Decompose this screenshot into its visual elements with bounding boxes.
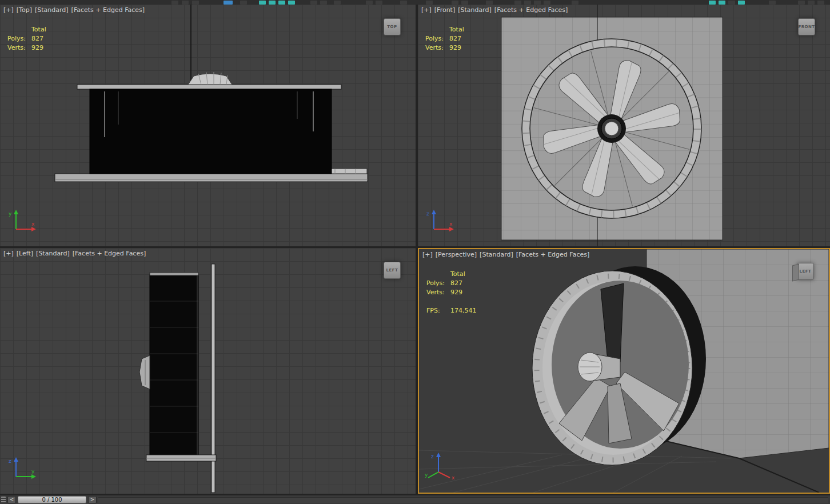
- viewport-renderer-menu[interactable]: [Standard]: [458, 6, 492, 14]
- toolbar-icon[interactable]: [259, 1, 266, 5]
- toolbar-icon[interactable]: [240, 1, 247, 5]
- toolbar-icon[interactable]: [310, 1, 317, 5]
- viewport-front[interactable]: [+][Front][Standard][Facets + Edged Face…: [418, 5, 830, 246]
- axis-z-label: z: [431, 454, 434, 459]
- toolbar-icon[interactable]: [182, 1, 189, 5]
- viewport-shading-menu[interactable]: [Facets + Edged Faces]: [494, 6, 568, 14]
- main-toolbar: [0, 0, 830, 5]
- toolbar-icon[interactable]: [278, 1, 285, 5]
- viewport-label: [+][Left][Standard][Facets + Edged Faces…: [3, 250, 149, 257]
- toolbar-icon[interactable]: [709, 1, 716, 5]
- toolbar-icon[interactable]: [738, 1, 745, 5]
- axis-y-label: y: [425, 472, 428, 478]
- toolbar-icon[interactable]: [514, 1, 521, 5]
- toolbar-icon[interactable]: [334, 1, 341, 5]
- toolbar-icon[interactable]: [728, 1, 735, 5]
- viewport-shading-menu[interactable]: [Facets + Edged Faces]: [71, 6, 145, 14]
- stats-polys-label: Polys:: [7, 34, 31, 43]
- toolbar-icon[interactable]: [486, 1, 493, 5]
- viewport-renderer-menu[interactable]: [Standard]: [480, 251, 513, 258]
- viewport-left[interactable]: [+][Left][Standard][Facets + Edged Faces…: [0, 248, 416, 494]
- toolbar-icon[interactable]: [376, 1, 382, 5]
- stats-total-label: Total: [450, 270, 465, 279]
- toolbar-icon[interactable]: [269, 1, 276, 5]
- viewport-general-menu[interactable]: [+]: [422, 251, 433, 258]
- viewport-shading-menu[interactable]: [Facets + Edged Faces]: [516, 251, 589, 258]
- viewport-top[interactable]: [+][Top][Standard][Facets + Edged Faces]…: [0, 5, 416, 246]
- scene-front-view[interactable]: [418, 5, 830, 246]
- stats-total-label: Total: [31, 25, 46, 34]
- axis-x-label: x: [449, 221, 453, 227]
- stats-polys-value: 827: [449, 34, 461, 43]
- viewport-general-menu[interactable]: [+]: [3, 250, 14, 257]
- viewcube[interactable]: LEFT: [797, 263, 814, 280]
- viewport-shading-menu[interactable]: [Facets + Edged Faces]: [73, 250, 146, 257]
- toolbar-icon[interactable]: [817, 1, 824, 5]
- timeline-grip-icon[interactable]: [1, 497, 6, 503]
- toolbar-icon[interactable]: [366, 1, 373, 5]
- toolbar-icon[interactable]: [798, 1, 805, 5]
- stats-fps-label: FPS:: [426, 306, 450, 315]
- toolbar-icon[interactable]: [192, 1, 199, 5]
- time-slider-track[interactable]: [98, 497, 828, 503]
- scene-perspective-view[interactable]: [419, 249, 829, 493]
- toolbar-icon[interactable]: [320, 1, 327, 5]
- toolbar-icon[interactable]: [524, 1, 531, 5]
- stats-polys-value: 827: [450, 279, 462, 288]
- toolbar-icon[interactable]: [719, 1, 725, 5]
- time-slider-bar[interactable]: < 0 / 100 >: [0, 495, 830, 504]
- viewport-label: [+][Front][Standard][Facets + Edged Face…: [421, 6, 570, 14]
- viewport-pov-menu[interactable]: [Front]: [434, 6, 455, 14]
- stats-polys-label: Polys:: [426, 279, 450, 288]
- viewport-pov-menu[interactable]: [Left]: [17, 250, 33, 257]
- axis-gizmo: z x: [424, 207, 458, 234]
- time-slider-thumb[interactable]: 0 / 100: [18, 496, 86, 503]
- axis-z-label: z: [9, 458, 11, 464]
- axis-x-label: x: [452, 475, 455, 480]
- toolbar-icon[interactable]: [288, 1, 295, 5]
- statistics-overlay: Total Polys:827 Verts:929 FPS:174,541: [426, 270, 477, 315]
- previous-frame-button[interactable]: <: [7, 496, 16, 503]
- viewport-general-menu[interactable]: [+]: [421, 6, 432, 14]
- toolbar-icon[interactable]: [426, 1, 433, 5]
- toolbar-icon[interactable]: [461, 1, 468, 5]
- viewport-perspective[interactable]: [+][Perspective][Standard][Facets + Edge…: [418, 248, 830, 494]
- viewcube[interactable]: LEFT: [384, 262, 401, 279]
- toolbar-icon[interactable]: [572, 1, 578, 5]
- axis-gizmo: y x: [6, 207, 40, 234]
- viewport-pov-menu[interactable]: [Perspective]: [436, 251, 477, 258]
- toolbar-icon-active[interactable]: [224, 1, 233, 5]
- stats-polys-label: Polys:: [425, 34, 449, 43]
- viewport-pov-menu[interactable]: [Top]: [17, 6, 32, 14]
- axis-y-label: y: [9, 211, 12, 217]
- toolbar-icon[interactable]: [544, 1, 550, 5]
- toolbar-icon[interactable]: [452, 1, 458, 5]
- viewport-renderer-menu[interactable]: [Standard]: [35, 6, 69, 14]
- stats-total-label: Total: [449, 25, 464, 34]
- viewcube[interactable]: TOP: [384, 18, 401, 35]
- toolbar-icon[interactable]: [534, 1, 541, 5]
- stats-verts-value: 929: [450, 288, 462, 297]
- viewport-renderer-menu[interactable]: [Standard]: [36, 250, 70, 257]
- viewport-general-menu[interactable]: [+]: [3, 6, 14, 14]
- axis-y-label: y: [31, 469, 35, 474]
- viewcube[interactable]: FRONT: [798, 18, 815, 35]
- axis-z-label: z: [426, 211, 429, 217]
- statistics-overlay: Total Polys:827 Verts:929: [7, 25, 46, 53]
- toolbar-icon[interactable]: [400, 1, 407, 5]
- scene-top-view[interactable]: [0, 5, 416, 246]
- statistics-overlay: Total Polys:827 Verts:929: [425, 25, 464, 53]
- stats-verts-label: Verts:: [425, 43, 449, 53]
- stats-verts-value: 929: [449, 43, 461, 53]
- toolbar-icon[interactable]: [808, 1, 815, 5]
- axis-gizmo: z y: [6, 455, 40, 481]
- viewport-label: [+][Perspective][Standard][Facets + Edge…: [422, 251, 592, 258]
- toolbar-icon[interactable]: [171, 1, 178, 5]
- stats-verts-value: 929: [31, 43, 43, 53]
- axis-gizmo: z x y: [425, 451, 459, 480]
- stats-verts-label: Verts:: [7, 43, 31, 53]
- stats-fps-value: 174,541: [450, 306, 477, 315]
- scene-left-view[interactable]: [0, 248, 416, 494]
- toolbar-icon[interactable]: [769, 1, 776, 5]
- next-frame-button[interactable]: >: [88, 496, 97, 503]
